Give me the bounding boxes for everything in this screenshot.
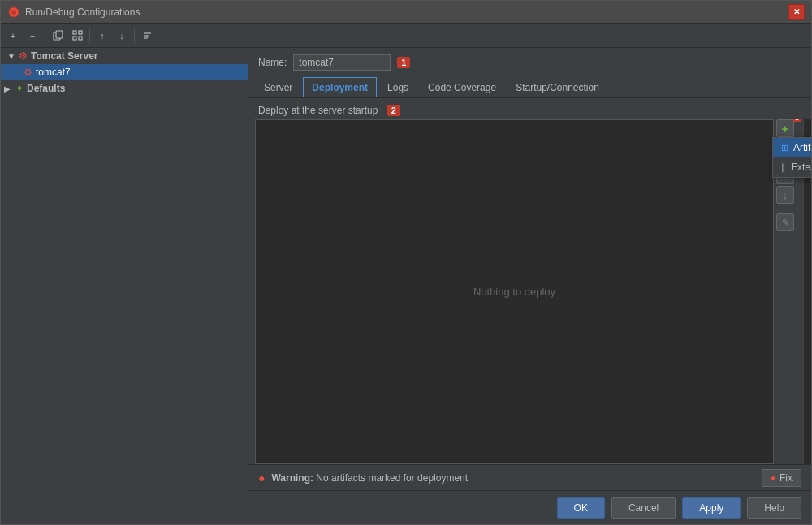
dropdown-item-artifact[interactable]: ⊞ Artifact... 4 <box>773 138 811 157</box>
toolbar-separator-1 <box>45 28 45 43</box>
svg-point-1 <box>11 10 16 15</box>
tree-arrow-defaults: ▶ <box>4 84 12 93</box>
toolbar-separator-3 <box>134 28 135 43</box>
dropdown-popup: ⊞ Artifact... 4 ∥ External Source... <box>772 137 811 178</box>
toolbar-up-button[interactable]: ↑ <box>93 27 111 45</box>
sidebar: ▼ ⚙ Tomcat Server ⚙ tomcat7 ▶ ✦ Defaults <box>1 48 248 524</box>
close-button[interactable]: ✕ <box>788 4 805 20</box>
svg-rect-7 <box>79 37 82 40</box>
toolbar-add-button[interactable]: + <box>4 27 22 45</box>
svg-rect-5 <box>79 31 82 34</box>
apply-button[interactable]: Apply <box>682 497 741 519</box>
fix-button[interactable]: ● Fix <box>762 469 801 487</box>
tab-code-coverage[interactable]: Code Coverage <box>419 77 505 97</box>
toolbar-group-button[interactable] <box>68 27 86 45</box>
tomcat7-icon: ⚙ <box>24 67 32 78</box>
add-deployment-button[interactable]: + 3 <box>776 119 794 137</box>
dialog-window: Run/Debug Configurations ✕ + − ↑ ↓ <box>0 0 812 525</box>
bottom-bar: OK Cancel Apply Help <box>248 490 811 524</box>
deploy-area: Nothing to deploy + 3 <box>248 119 811 464</box>
annotation-2: 2 <box>387 105 400 116</box>
fix-icon: ● <box>771 472 776 484</box>
tomcat-server-icon: ⚙ <box>19 50 28 62</box>
tab-content: Deploy at the server startup 2 Nothing t… <box>248 98 811 464</box>
toolbar: + − ↑ ↓ <box>1 24 811 48</box>
artifact-label: Artifact... <box>793 142 811 153</box>
edit-button[interactable]: ✎ <box>776 213 794 231</box>
artifact-icon: ⊞ <box>781 143 788 153</box>
tabs-row: Server Deployment Logs Code Coverage Sta… <box>248 77 811 98</box>
title-bar: Run/Debug Configurations ✕ <box>1 1 811 24</box>
move-down-button[interactable]: ↓ <box>776 186 794 204</box>
help-button[interactable]: Help <box>747 497 801 519</box>
sidebar-label-tomcat7: tomcat7 <box>36 67 71 78</box>
sidebar-item-tomcat-server[interactable]: ▼ ⚙ Tomcat Server <box>1 48 248 64</box>
plus-icon: + <box>782 122 789 136</box>
toolbar-sort-button[interactable] <box>138 27 156 45</box>
sidebar-item-defaults[interactable]: ▶ ✦ Defaults <box>1 80 248 97</box>
annotation-1: 1 <box>397 57 410 68</box>
plus-btn-wrapper: + 3 ⊞ Artifact... 4 <box>776 119 794 137</box>
fix-label: Fix <box>780 472 793 484</box>
external-source-label: External Source... <box>791 161 811 173</box>
name-label: Name: <box>258 57 287 68</box>
defaults-icon: ✦ <box>15 83 24 94</box>
annotation-3: 3 <box>793 119 801 122</box>
tree-arrow-tomcat: ▼ <box>7 52 15 61</box>
ok-button[interactable]: OK <box>557 497 605 519</box>
cancel-button[interactable]: Cancel <box>611 497 676 519</box>
deploy-controls: + 3 ⊞ Artifact... 4 <box>774 119 797 464</box>
main-content: ▼ ⚙ Tomcat Server ⚙ tomcat7 ▶ ✦ Defaults… <box>1 48 811 524</box>
deploy-list: Nothing to deploy <box>255 119 774 464</box>
warning-icon: ● <box>258 471 265 484</box>
dropdown-item-external-source[interactable]: ∥ External Source... <box>773 157 811 177</box>
external-source-icon: ∥ <box>781 162 786 173</box>
tab-logs[interactable]: Logs <box>378 77 417 97</box>
title-bar-title: Run/Debug Configurations <box>25 6 788 18</box>
right-panel: Name: 1 Server Deployment Logs Code Cove… <box>248 48 811 524</box>
name-row: Name: 1 <box>248 48 811 77</box>
deploy-header-text: Deploy at the server startup <box>258 105 378 116</box>
title-bar-icon <box>7 6 20 19</box>
warning-text: Warning: No artifacts marked for deploym… <box>271 472 468 484</box>
svg-rect-3 <box>56 31 63 38</box>
tab-deployment[interactable]: Deployment <box>303 77 377 97</box>
svg-rect-6 <box>73 37 76 40</box>
tab-startup-connection[interactable]: Startup/Connection <box>507 77 608 97</box>
sidebar-item-tomcat7[interactable]: ⚙ tomcat7 <box>1 64 248 80</box>
nothing-text: Nothing to deploy <box>473 286 555 298</box>
toolbar-down-button[interactable]: ↓ <box>113 27 131 45</box>
toolbar-separator-2 <box>89 28 90 43</box>
sidebar-label-defaults: Defaults <box>27 83 65 94</box>
toolbar-copy-button[interactable] <box>49 27 67 45</box>
sidebar-label-tomcat-server: Tomcat Server <box>31 50 97 62</box>
tab-server[interactable]: Server <box>255 77 301 97</box>
name-input[interactable] <box>293 54 391 71</box>
deploy-header: Deploy at the server startup 2 <box>248 98 811 119</box>
status-bar: ● Warning: No artifacts marked for deplo… <box>248 464 811 490</box>
svg-rect-4 <box>73 31 76 34</box>
toolbar-remove-button[interactable]: − <box>24 27 41 45</box>
